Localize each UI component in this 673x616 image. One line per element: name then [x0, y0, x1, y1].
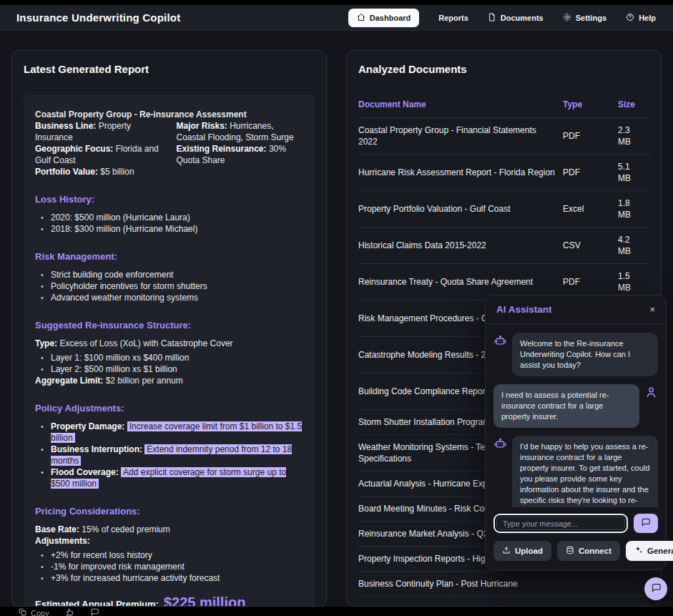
database-icon	[566, 546, 574, 556]
doc-name: Historical Claims Data 2015-2022	[358, 233, 563, 258]
report-line: Type: Excess of Loss (XoL) with Catastro…	[35, 338, 303, 349]
nav-items: Dashboard Reports Documents Settings Hel…	[348, 9, 656, 27]
nav-item-documents[interactable]: Documents	[488, 13, 544, 23]
sparkles-icon	[634, 546, 643, 556]
table-row[interactable]: Business Continuity Plan - Post Hurrican…	[358, 572, 649, 597]
app-title: Insurance Underwriting Copilot	[16, 11, 180, 24]
doc-type	[563, 577, 618, 590]
nav-label: Reports	[438, 14, 468, 22]
send-button[interactable]	[634, 514, 658, 534]
report-meta-left: Business Line: Property InsuranceGeograp…	[35, 120, 162, 177]
report-actions: Copy	[18, 607, 99, 616]
nav-label: Help	[639, 14, 656, 22]
section-heading: Loss History:	[35, 194, 303, 205]
bot-message: Welcome to the Re-insurance Underwriting…	[493, 333, 658, 376]
bullet-item: Strict building code enforcement	[41, 269, 303, 280]
table-row[interactable]: Property Portfolio Valuation - Gulf Coas…	[358, 191, 649, 228]
report-card: Coastal Property Group - Re-insurance As…	[24, 94, 315, 607]
doc-type: PDF	[563, 270, 618, 294]
robot-icon	[493, 334, 507, 348]
doc-type: PDF	[563, 160, 618, 185]
table-header-row: Document Name Type Size	[358, 94, 649, 118]
generate-label: Generate	[647, 547, 673, 555]
copy-button[interactable]: Copy	[18, 607, 49, 616]
comment-button[interactable]	[90, 607, 99, 616]
report-title: Coastal Property Group - Re-insurance As…	[35, 109, 303, 120]
panel-heading-report: Latest Generated Report	[24, 63, 315, 75]
table-row[interactable]: Coastal Property Group - Financial State…	[358, 118, 649, 155]
bottom-strip	[0, 607, 673, 616]
section-heading: Risk Management:	[35, 251, 303, 262]
robot-icon	[493, 437, 507, 451]
bullet-item: +2% for recent loss history	[41, 549, 303, 561]
bullet-item: +3% for increased hurricane activity for…	[41, 572, 303, 584]
chat-input[interactable]	[496, 517, 625, 530]
navbar: Insurance Underwriting Copilot Dashboard…	[0, 5, 673, 31]
bullet-item: 2018: $300 million (Hurricane Michael)	[41, 223, 303, 235]
nav-item-reports[interactable]: Reports	[438, 14, 468, 22]
doc-name: Business Continuity Plan - Post Hurrican…	[358, 572, 563, 596]
bullet-item: Property Damage: Increase coverage limit…	[41, 421, 303, 444]
help-icon	[626, 13, 634, 23]
bullet-list: Property Damage: Increase coverage limit…	[35, 421, 303, 489]
chat-input-row	[486, 507, 666, 537]
comment-icon	[90, 607, 99, 616]
bullet-item: Advanced weather monitoring systems	[41, 292, 303, 303]
report-sections: Loss History:2020: $500 million (Hurrica…	[35, 194, 303, 607]
report-line: Base Rate: 15% of ceded premium	[35, 524, 303, 535]
ai-assistant-panel: AI Assistant × Welcome to the Re-insuran…	[485, 295, 667, 570]
table-row[interactable]: Hurricane Risk Assessment Report - Flori…	[358, 155, 649, 191]
doc-type: CSV	[563, 233, 618, 258]
thumbs-up-icon	[65, 607, 74, 616]
document-icon	[488, 13, 496, 23]
estimated-premium: Estimated Annual Premium:$225 million	[35, 597, 303, 607]
nav-item-settings[interactable]: Settings	[563, 13, 606, 23]
nav-item-dashboard[interactable]: Dashboard	[348, 9, 419, 27]
generate-button[interactable]: Generate	[626, 541, 673, 561]
report-meta: Business Line: Property InsuranceGeograp…	[35, 120, 303, 177]
chat-fab-button[interactable]	[644, 577, 667, 600]
assistant-actions: Upload Connect Generate	[486, 537, 666, 569]
table-row[interactable]: Historical Claims Data 2015-2022CSV4.2 M…	[358, 228, 649, 264]
section-heading: Suggested Re-insurance Structure:	[35, 320, 303, 331]
message-bubble: I need to assess a potential re-insuranc…	[493, 384, 639, 428]
close-icon[interactable]: ×	[649, 305, 655, 314]
upload-label: Upload	[515, 547, 543, 555]
thumbs-up-button[interactable]	[65, 607, 74, 616]
report-line: Adjustments:	[35, 535, 303, 547]
home-icon	[357, 13, 365, 23]
assistant-title: AI Assistant	[496, 304, 552, 315]
section-heading: Policy Adjustments:	[35, 403, 303, 414]
message-bubble: Welcome to the Re-insurance Underwriting…	[512, 333, 658, 376]
report-line: Aggregate Limit: $2 billion per annum	[35, 375, 303, 386]
bullet-item: 2020: $500 million (Hurricane Laura)	[41, 212, 303, 223]
doc-name: Reinsurance Treaty - Quota Share Agreeme…	[358, 270, 563, 294]
report-line: Existing Reinsurance: 30% Quota Share	[177, 143, 304, 166]
doc-name: Coastal Property Group - Financial State…	[358, 118, 563, 154]
nav-item-help[interactable]: Help	[626, 13, 656, 23]
chat-input-ring	[493, 514, 628, 534]
connect-button[interactable]: Connect	[557, 541, 620, 561]
bullet-list: 2020: $500 million (Hurricane Laura)2018…	[35, 212, 303, 235]
assistant-header: AI Assistant ×	[486, 295, 666, 324]
report-line: Portfolio Value: $5 billion	[35, 166, 162, 177]
report-line: Major Risks: Hurricanes, Coastal Floodin…	[177, 120, 304, 143]
bullet-item: Flood Coverage: Add explicit coverage fo…	[41, 466, 303, 489]
nav-label: Dashboard	[370, 14, 411, 22]
upload-button[interactable]: Upload	[493, 541, 551, 561]
bullet-item: Policyholder incentives for storm shutte…	[41, 280, 303, 292]
bot-message: I'd be happy to help you assess a re-ins…	[493, 436, 658, 507]
nav-label: Settings	[576, 14, 606, 22]
gear-icon	[563, 13, 571, 23]
upload-icon	[502, 546, 511, 556]
report-meta-right: Major Risks: Hurricanes, Coastal Floodin…	[177, 120, 304, 177]
bullet-list: +2% for recent loss history-1% for impro…	[35, 549, 303, 584]
bullet-list: Strict building code enforcementPolicyho…	[35, 269, 303, 303]
col-document-name: Document Name	[358, 94, 563, 117]
col-size: Size	[618, 94, 649, 117]
doc-type: Excel	[563, 197, 618, 221]
doc-size: 5.1 MB	[618, 155, 649, 190]
doc-name: Hurricane Risk Assessment Report - Flori…	[358, 160, 563, 185]
bullet-item: Business Interruption: Extend indemnity …	[41, 444, 303, 466]
doc-size: 1.8 MB	[618, 191, 649, 227]
